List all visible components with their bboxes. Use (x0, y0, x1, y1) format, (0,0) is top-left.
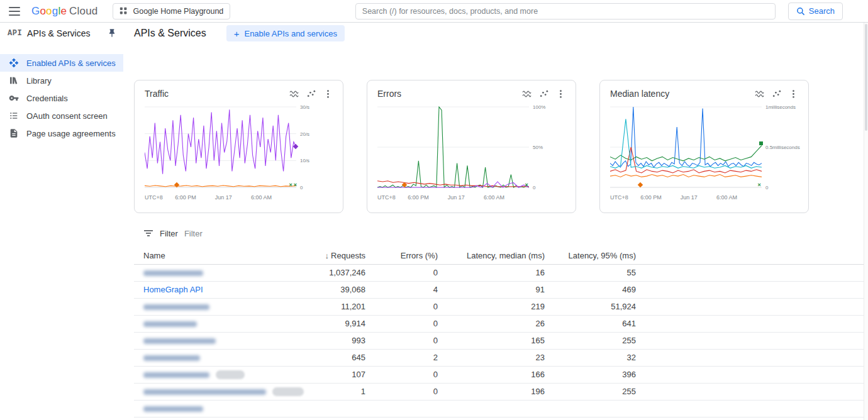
charts-row: Traffic ××30/s20/s10/s0UTC+86:00 PMJun (123, 80, 868, 213)
cell-requests: 107 (279, 366, 368, 383)
sidebar-product-title: APIs & Services (27, 28, 102, 38)
line-chart-toggle-icon[interactable] (755, 89, 764, 99)
search-input[interactable] (356, 4, 775, 19)
table-row: 11,201 0 219 51,924 (134, 298, 868, 315)
table-row: HomeGraph API 39,068 4 91 469 (134, 281, 868, 298)
col-header-errors[interactable]: Errors (%) (368, 247, 440, 264)
x-marker: × (294, 183, 297, 187)
col-header-name[interactable]: Name (134, 247, 279, 264)
blurred-api-name[interactable] (143, 270, 203, 276)
global-search[interactable] (355, 3, 776, 19)
filter-bar: Filter (134, 224, 868, 242)
api-link-homegraph[interactable]: HomeGraph API (143, 285, 203, 294)
key-icon (9, 93, 19, 103)
table-row: 107 0 166 396 (134, 366, 868, 383)
project-selector[interactable]: Google Home Playground (113, 3, 230, 19)
sidebar-item-label: Credentials (26, 94, 68, 103)
cell-latency-95: 641 (547, 315, 638, 332)
col-header-latency-95[interactable]: Latency, 95% (ms) (547, 247, 638, 264)
search-icon (796, 7, 805, 16)
col-header-requests[interactable]: ↓Requests (279, 247, 368, 264)
cell-requests: 9,914 (279, 315, 368, 332)
line-chart-toggle-icon[interactable] (522, 89, 531, 99)
sidebar-item-oauth-consent[interactable]: OAuth consent screen (0, 107, 123, 124)
sidebar-header: API APIs & Services (0, 24, 123, 43)
cell-latency-95: 32 (547, 349, 638, 366)
col-header-latency-median[interactable]: Latency, median (ms) (440, 247, 547, 264)
cell-latency-95: 396 (547, 366, 638, 383)
kebab-menu-icon[interactable] (556, 89, 565, 99)
blurred-badge (216, 370, 245, 379)
cell-latency-95: 255 (547, 332, 638, 349)
blurred-api-name[interactable] (143, 355, 200, 361)
kebab-menu-icon[interactable] (789, 89, 798, 99)
line-chart-toggle-icon[interactable] (289, 89, 299, 99)
x-marker: × (525, 183, 528, 187)
traffic-card: Traffic ××30/s20/s10/s0UTC+86:00 PMJun (134, 80, 343, 213)
scrollbar-thumb[interactable] (865, 24, 867, 131)
filter-icon (143, 228, 153, 238)
google-cloud-logo[interactable]: Google Cloud (31, 5, 97, 18)
cell-latency-median: 16 (440, 264, 547, 281)
consent-list-icon (9, 111, 19, 121)
blurred-api-name[interactable] (143, 304, 209, 310)
project-name: Google Home Playground (133, 7, 223, 16)
cell-errors: 0 (368, 332, 440, 349)
col-header-filler (638, 247, 868, 264)
table-row: 9,914 0 26 641 (134, 315, 868, 332)
page-title: APIs & Services (134, 28, 206, 39)
table-row: 1 0 196 255 (134, 383, 868, 400)
errors-card: Errors ×100%50%0UTC+86:00 PMJun 176:00 (367, 80, 576, 213)
cell-errors: 4 (368, 281, 440, 298)
cell-errors: 2 (368, 349, 440, 366)
cell-errors: 0 (368, 315, 440, 332)
enable-apis-button[interactable]: + Enable APIs and services (226, 25, 345, 41)
sidebar-item-page-usage-agreements[interactable]: Page usage agreements (0, 124, 123, 142)
library-icon (9, 75, 19, 86)
chart-title: Median latency (610, 89, 755, 99)
cell-latency-median: 26 (440, 315, 547, 332)
blurred-api-name[interactable] (143, 389, 266, 395)
page-header: APIs & Services + Enable APIs and servic… (123, 24, 868, 43)
blurred-api-name[interactable] (143, 338, 216, 344)
errors-chart: ×100%50%0UTC+86:00 PMJun 176:00 AM (377, 105, 565, 201)
menu-icon[interactable] (9, 7, 20, 16)
median-latency-chart: ×1milliseconds0.5milliseconds0UTC+86:00 … (610, 105, 798, 201)
search-button[interactable]: Search (788, 3, 843, 20)
pin-icon[interactable] (107, 28, 117, 38)
sidebar-item-credentials[interactable]: Credentials (0, 89, 123, 107)
cell-latency-95: 255 (547, 383, 638, 400)
blurred-api-name[interactable] (143, 321, 197, 327)
cell-errors: 0 (368, 366, 440, 383)
apis-table: Name ↓Requests Errors (%) Latency, media… (134, 247, 868, 420)
page-scrollbar[interactable] (864, 23, 868, 420)
filter-input[interactable] (184, 229, 373, 238)
cell-latency-median: 219 (440, 298, 547, 315)
blurred-api-name[interactable] (143, 406, 203, 412)
square-marker (759, 141, 763, 145)
scatter-chart-toggle-icon[interactable] (306, 89, 316, 99)
sidebar-item-enabled-apis[interactable]: Enabled APIs & services (0, 54, 123, 72)
logo-google-text: Google (31, 5, 67, 18)
plus-icon: + (234, 28, 240, 39)
blurred-api-name[interactable] (143, 372, 209, 378)
scatter-chart-toggle-icon[interactable] (539, 89, 548, 99)
table-row (134, 417, 868, 420)
logo-cloud-text: Cloud (69, 5, 97, 18)
sort-desc-icon: ↓ (325, 251, 330, 260)
table-row: 1,037,246 0 16 55 (134, 264, 868, 281)
enabled-apis-icon (9, 58, 19, 68)
main-content: APIs & Services + Enable APIs and servic… (123, 23, 868, 419)
kebab-menu-icon[interactable] (323, 89, 333, 99)
cell-latency-median: 166 (440, 366, 547, 383)
x-marker: × (757, 183, 760, 187)
chart-title: Errors (377, 89, 522, 99)
api-product-icon: API (8, 29, 22, 38)
sidebar-item-library[interactable]: Library (0, 72, 123, 89)
table-row: 993 0 165 255 (134, 332, 868, 349)
cell-latency-95: 51,924 (547, 298, 638, 315)
scatter-chart-toggle-icon[interactable] (772, 89, 781, 99)
cell-errors: 0 (368, 383, 440, 400)
enable-apis-label: Enable APIs and services (244, 29, 337, 38)
sidebar-item-label: Page usage agreements (26, 129, 116, 138)
